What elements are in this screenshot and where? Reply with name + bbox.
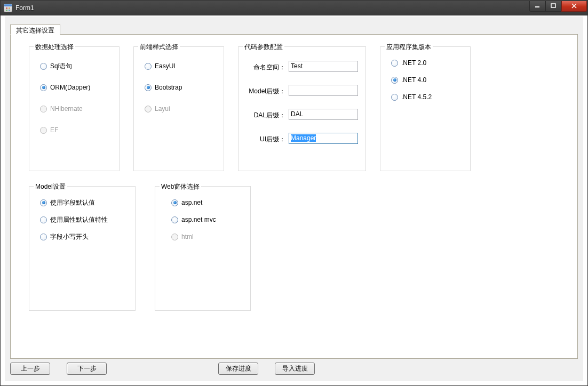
window-frame: Form1 其它选择设置 数据处理选择 [0, 0, 588, 386]
radio-label: Bootstrap [155, 84, 182, 91]
radio-field-lower-first[interactable]: 字段小写开头 [40, 232, 108, 241]
radio-icon [40, 216, 47, 223]
radio-label: EF [50, 126, 58, 134]
label-namespace: 命名空间： [248, 63, 285, 72]
radio-layui: Layui [145, 104, 182, 113]
group-front-style: 前端样式选择 EasyUI Bootstrap Layui [133, 46, 224, 171]
close-icon [571, 3, 577, 9]
save-progress-button[interactable]: 保存进度 [218, 363, 258, 375]
group-assembly-version-title: 应用程序集版本 [385, 43, 433, 52]
radio-label: 使用属性默认值特性 [50, 215, 108, 224]
button-label: 下一步 [77, 364, 97, 373]
radio-net20[interactable]: .NET 2.0 [391, 59, 432, 67]
group-web-form: Web窗体选择 asp.net asp.net mvc html [155, 186, 251, 311]
radio-ef: EF [40, 126, 90, 134]
radio-label: html [181, 233, 194, 240]
radio-label: .NET 2.0 [401, 59, 426, 67]
input-value: Manager [291, 134, 316, 142]
radio-label: Layui [155, 105, 170, 112]
radio-icon [391, 77, 398, 84]
input-dal-suffix[interactable]: DAL [289, 109, 358, 120]
radio-html: html [171, 232, 216, 241]
radio-label: .NET 4.5.2 [401, 93, 432, 101]
button-label: 导入进度 [282, 364, 308, 373]
group-code-params: 代码参数配置 命名空间： Test Model后缀： DAL后缀： DAL UI… [238, 46, 366, 171]
label-dal-suffix: DAL后缀： [248, 111, 285, 120]
button-label: 上一步 [21, 364, 40, 373]
radio-use-field-default[interactable]: 使用字段默认值 [40, 198, 108, 207]
radio-icon [171, 216, 178, 223]
radio-aspnet[interactable]: asp.net [171, 198, 216, 207]
group-model-settings: Model设置 使用字段默认值 使用属性默认值特性 字段小写开头 [29, 186, 136, 311]
radio-icon [40, 127, 47, 134]
group-data-proc: 数据处理选择 Sql语句 ORM(Dapper) NHibernate [29, 46, 120, 171]
input-value: DAL [291, 110, 303, 118]
radio-net452[interactable]: .NET 4.5.2 [391, 93, 432, 101]
radio-icon [145, 63, 152, 70]
next-button[interactable]: 下一步 [67, 363, 107, 375]
radio-easyui[interactable]: EasyUI [145, 62, 182, 70]
radio-aspnet-mvc[interactable]: asp.net mvc [171, 215, 216, 224]
label-model-suffix: Model后缀： [248, 87, 285, 96]
tab-label: 其它选择设置 [16, 27, 54, 34]
group-assembly-version: 应用程序集版本 .NET 2.0 .NET 4.0 .NET 4.5.2 [380, 46, 471, 171]
minimize-button[interactable] [529, 1, 545, 12]
radio-label: asp.net mvc [181, 216, 216, 223]
radio-label: Sql语句 [50, 62, 72, 71]
radio-label: 字段小写开头 [50, 232, 89, 242]
radio-orm-dapper[interactable]: ORM(Dapper) [40, 83, 90, 92]
radio-nhibernate: NHibernate [40, 104, 90, 113]
input-value: Test [291, 62, 303, 70]
radio-label: .NET 4.0 [401, 76, 426, 84]
button-label: 保存进度 [226, 364, 251, 373]
radio-label: EasyUI [155, 62, 176, 70]
radio-label: asp.net [181, 199, 202, 206]
radio-icon [40, 84, 47, 91]
svg-rect-1 [551, 4, 555, 7]
group-code-params-title: 代码参数配置 [243, 43, 284, 52]
radio-label: 使用字段默认值 [50, 198, 95, 207]
input-model-suffix[interactable] [289, 85, 358, 96]
maximize-icon [551, 3, 556, 9]
radio-icon [171, 234, 178, 240]
radio-icon [391, 60, 398, 67]
tab-header: 其它选择设置 [10, 24, 61, 35]
radio-net40[interactable]: .NET 4.0 [391, 76, 432, 84]
radio-label: NHibernate [50, 105, 83, 112]
radio-icon [40, 106, 47, 112]
radio-use-prop-default[interactable]: 使用属性默认值特性 [40, 215, 108, 224]
titlebar: Form1 [1, 1, 587, 15]
tab-page: 数据处理选择 Sql语句 ORM(Dapper) NHibernate [10, 34, 578, 359]
radio-sql[interactable]: Sql语句 [40, 62, 90, 70]
radio-icon [391, 94, 398, 101]
label-ui-suffix: UI后缀： [248, 135, 285, 144]
tab-other-settings[interactable]: 其它选择设置 [10, 24, 60, 35]
import-progress-button[interactable]: 导入进度 [275, 363, 315, 375]
prev-button[interactable]: 上一步 [10, 363, 50, 375]
group-web-form-title: Web窗体选择 [160, 182, 201, 191]
app-icon [4, 4, 12, 12]
minimize-icon [535, 3, 540, 9]
window-title: Form1 [15, 4, 529, 12]
radio-label: ORM(Dapper) [50, 84, 90, 91]
input-ui-suffix[interactable]: Manager [289, 133, 358, 144]
group-front-style-title: 前端样式选择 [138, 43, 180, 52]
radio-icon [171, 199, 178, 206]
close-button[interactable] [561, 1, 587, 12]
radio-bootstrap[interactable]: Bootstrap [145, 83, 182, 92]
group-model-settings-title: Model设置 [34, 182, 67, 191]
radio-icon [40, 199, 47, 206]
radio-icon [40, 63, 47, 70]
radio-icon [40, 234, 47, 240]
radio-icon [145, 106, 152, 112]
input-namespace[interactable]: Test [289, 61, 358, 72]
svg-rect-0 [535, 6, 539, 7]
client-area: 其它选择设置 数据处理选择 Sql语句 ORM(Dapper) [5, 17, 583, 381]
maximize-button[interactable] [545, 1, 561, 12]
radio-icon [145, 84, 152, 91]
group-data-proc-title: 数据处理选择 [34, 43, 75, 52]
